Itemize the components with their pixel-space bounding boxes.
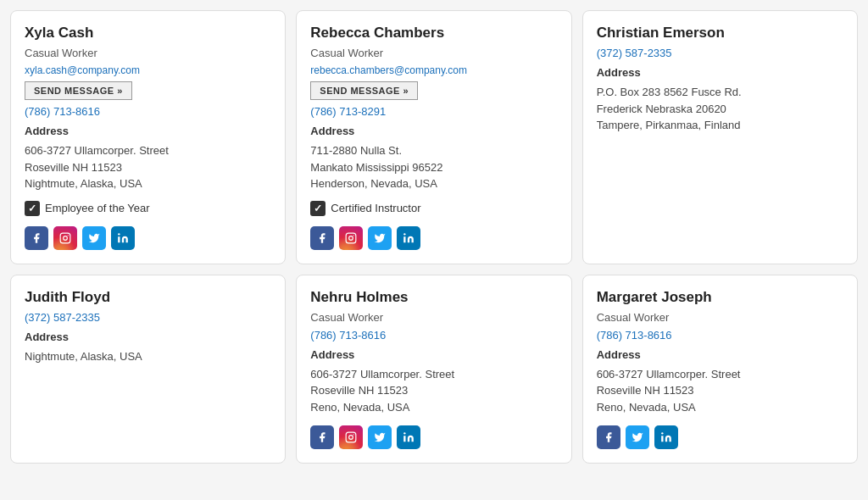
cards-grid: Xyla CashCasual Workerxyla.cash@company.… — [10, 10, 858, 464]
facebook-icon[interactable] — [310, 425, 334, 449]
card-name: Judith Floyd — [25, 289, 271, 306]
social-row — [310, 425, 557, 449]
card-email[interactable]: rebecca.chambers@company.com — [310, 64, 557, 76]
svg-rect-10 — [346, 432, 356, 442]
svg-rect-15 — [661, 436, 663, 442]
svg-point-2 — [68, 235, 69, 236]
card-margaret-joseph: Margaret JosephCasual Worker(786) 713-86… — [582, 275, 858, 464]
card-role: Casual Worker — [597, 311, 843, 324]
card-phone: (372) 587-2335 — [25, 311, 271, 324]
facebook-icon[interactable] — [25, 226, 48, 250]
social-row — [597, 425, 843, 449]
address-text: Nightmute, Alaska, USA — [25, 348, 271, 365]
address-text: 711-2880 Nulla St.Mankato Mississippi 96… — [310, 142, 557, 192]
svg-point-14 — [403, 432, 405, 434]
svg-rect-13 — [403, 436, 405, 442]
card-name: Margaret Joseph — [597, 289, 843, 306]
social-row — [310, 226, 557, 250]
card-xyla-cash: Xyla CashCasual Workerxyla.cash@company.… — [10, 10, 286, 264]
linkedin-icon[interactable] — [654, 425, 678, 449]
linkedin-icon[interactable] — [111, 226, 135, 250]
card-phone: (786) 713-8291 — [310, 105, 557, 118]
card-email[interactable]: xyla.cash@company.com — [25, 64, 271, 76]
svg-point-9 — [403, 233, 405, 235]
card-phone: (786) 713-8616 — [310, 329, 557, 342]
facebook-icon[interactable] — [597, 425, 620, 449]
card-role: Casual Worker — [310, 311, 557, 324]
card-phone: (372) 587-2335 — [597, 47, 843, 59]
twitter-icon[interactable] — [82, 226, 106, 250]
badge-checkbox-icon — [310, 201, 326, 216]
twitter-icon[interactable] — [368, 226, 392, 250]
card-name: Christian Emerson — [597, 25, 843, 42]
address-text: 606-3727 Ullamcorper. StreetRoseville NH… — [310, 366, 557, 416]
card-judith-floyd: Judith Floyd(372) 587-2335AddressNightmu… — [10, 275, 286, 464]
card-name: Rebecca Chambers — [310, 25, 557, 42]
instagram-icon[interactable] — [339, 226, 363, 250]
svg-rect-3 — [118, 236, 120, 242]
svg-point-11 — [349, 436, 353, 440]
badge-row: Certified Instructor — [310, 201, 557, 216]
send-message-button[interactable]: SEND MESSAGE » — [310, 81, 418, 100]
facebook-icon[interactable] — [310, 226, 334, 250]
card-name: Xyla Cash — [25, 25, 271, 42]
address-text: 606-3727 Ullamcorper. StreetRoseville NH… — [25, 142, 271, 192]
svg-rect-0 — [60, 233, 70, 243]
instagram-icon[interactable] — [53, 226, 77, 250]
card-name: Nehru Holmes — [310, 289, 557, 306]
card-rebecca-chambers: Rebecca ChambersCasual Workerrebecca.cha… — [296, 10, 571, 264]
svg-point-12 — [353, 434, 354, 435]
address-label: Address — [310, 125, 557, 137]
card-role: Casual Worker — [310, 47, 557, 59]
svg-point-6 — [349, 236, 353, 240]
address-label: Address — [597, 348, 843, 361]
linkedin-icon[interactable] — [397, 226, 420, 250]
card-phone: (786) 713-8616 — [597, 329, 843, 342]
svg-point-4 — [118, 233, 120, 235]
badge-text: Employee of the Year — [45, 202, 150, 214]
badge-text: Certified Instructor — [331, 202, 420, 214]
social-row — [25, 226, 271, 250]
svg-rect-8 — [403, 236, 405, 242]
address-label: Address — [597, 66, 843, 79]
address-text: P.O. Box 283 8562 Fusce Rd.Frederick Neb… — [597, 84, 843, 134]
svg-rect-5 — [346, 233, 356, 243]
address-label: Address — [25, 125, 271, 137]
address-text: 606-3727 Ullamcorper. StreetRoseville NH… — [597, 366, 843, 416]
card-phone: (786) 713-8616 — [25, 105, 271, 118]
card-christian-emerson: Christian Emerson(372) 587-2335AddressP.… — [582, 10, 858, 264]
twitter-icon[interactable] — [368, 425, 392, 449]
card-role: Casual Worker — [25, 47, 271, 59]
svg-point-1 — [64, 236, 68, 240]
badge-checkbox-icon — [25, 201, 40, 216]
badge-row: Employee of the Year — [25, 201, 271, 216]
send-message-button[interactable]: SEND MESSAGE » — [25, 81, 132, 100]
svg-point-16 — [661, 432, 663, 434]
address-label: Address — [25, 331, 271, 343]
address-label: Address — [310, 348, 557, 361]
twitter-icon[interactable] — [626, 425, 649, 449]
instagram-icon[interactable] — [339, 425, 363, 449]
svg-point-7 — [353, 235, 354, 236]
card-nehru-holmes: Nehru HolmesCasual Worker(786) 713-8616A… — [296, 275, 571, 464]
linkedin-icon[interactable] — [397, 425, 420, 449]
